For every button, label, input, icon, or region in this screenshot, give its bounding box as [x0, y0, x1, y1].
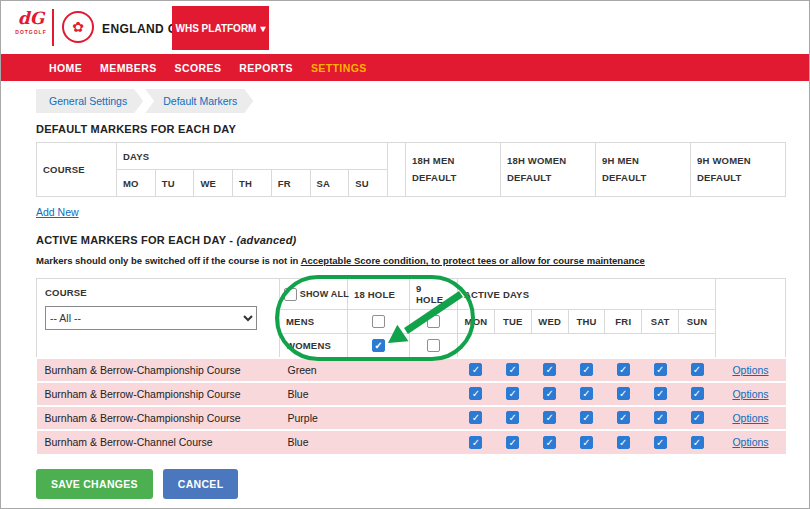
column-header-th: TH: [233, 170, 272, 197]
show-all-label: SHOW ALL: [300, 288, 349, 298]
day-active-checkbox[interactable]: ✓: [654, 436, 667, 449]
save-changes-button[interactable]: SAVE CHANGES: [36, 469, 153, 499]
default-markers-table: COURSE DAYS 18H MEN DEFAULT 18H WOMEN DE…: [36, 142, 786, 197]
maintenance-warning-emphasis: Acceptable Score condition, to protect t…: [301, 255, 645, 266]
breadcrumb: General Settings Default Markers: [36, 89, 784, 113]
nav-item-reports[interactable]: REPORTS: [239, 62, 293, 74]
day-cell: ✓: [679, 358, 716, 382]
womens-row-label: WOMENS: [280, 334, 348, 358]
mens-9hole-cell: [410, 310, 458, 334]
options-link[interactable]: Options: [732, 388, 768, 400]
day-active-checkbox[interactable]: ✓: [654, 411, 667, 424]
column-header-su: SU: [349, 170, 388, 197]
day-cell: ✓: [531, 406, 568, 430]
row-course-name: Burnham & Berrow-Championship Course: [37, 406, 280, 430]
day-active-checkbox[interactable]: ✓: [691, 363, 704, 376]
day-active-checkbox[interactable]: ✓: [506, 411, 519, 424]
column-header-sat: SAT: [642, 310, 679, 334]
day-active-checkbox[interactable]: ✓: [580, 363, 593, 376]
day-cell: ✓: [679, 406, 716, 430]
column-header-9-hole: 9 HOLE: [410, 279, 458, 310]
show-all-checkbox[interactable]: [284, 288, 297, 301]
options-link[interactable]: Options: [732, 364, 768, 376]
day-active-checkbox[interactable]: ✓: [506, 363, 519, 376]
day-active-checkbox[interactable]: ✓: [506, 387, 519, 400]
day-active-checkbox[interactable]: ✓: [580, 436, 593, 449]
row-marker-name: Blue: [280, 382, 458, 406]
empty-cell: [458, 334, 716, 358]
options-column-header: [716, 279, 786, 358]
day-active-checkbox[interactable]: ✓: [691, 387, 704, 400]
day-active-checkbox[interactable]: ✓: [506, 436, 519, 449]
nav-item-home[interactable]: HOME: [49, 62, 82, 74]
day-active-checkbox[interactable]: ✓: [691, 436, 704, 449]
mens-18hole-cell: [348, 310, 410, 334]
day-active-checkbox[interactable]: ✓: [469, 436, 482, 449]
table-row: Burnham & Berrow-Championship CourseGree…: [37, 358, 786, 382]
day-active-checkbox[interactable]: ✓: [580, 411, 593, 424]
day-active-checkbox[interactable]: ✓: [617, 363, 630, 376]
day-cell: ✓: [494, 406, 531, 430]
day-cell: ✓: [605, 358, 642, 382]
chevron-down-icon: ▾: [260, 23, 265, 34]
day-active-checkbox[interactable]: ✓: [469, 387, 482, 400]
breadcrumb-default-markers[interactable]: Default Markers: [145, 89, 253, 113]
day-cell: ✓: [531, 382, 568, 406]
column-header-we: WE: [194, 170, 233, 197]
options-link[interactable]: Options: [732, 412, 768, 424]
day-active-checkbox[interactable]: ✓: [580, 387, 593, 400]
womens-18hole-checkbox[interactable]: ✓: [372, 339, 385, 352]
day-active-checkbox[interactable]: ✓: [543, 411, 556, 424]
default-markers-title: DEFAULT MARKERS FOR EACH DAY: [36, 123, 784, 135]
cancel-button[interactable]: CANCEL: [163, 469, 239, 499]
active-markers-title-advanced: (advanced): [236, 234, 296, 246]
whs-platform-tab-label: WHS PLATFORM: [176, 23, 257, 34]
mens-9hole-checkbox[interactable]: [427, 315, 440, 328]
day-cell: ✓: [605, 406, 642, 430]
day-cell: ✓: [494, 430, 531, 454]
row-marker-name: Green: [280, 358, 458, 382]
options-link[interactable]: Options: [732, 436, 768, 448]
show-all-cell: SHOW ALL: [280, 279, 348, 310]
day-cell: ✓: [679, 382, 716, 406]
womens-9hole-cell: [410, 334, 458, 358]
day-cell: ✓: [642, 406, 679, 430]
day-active-checkbox[interactable]: ✓: [691, 411, 704, 424]
maintenance-warning-prefix: Markers should only be switched off if t…: [36, 255, 301, 266]
nav-item-members[interactable]: MEMBERS: [100, 62, 156, 74]
day-active-checkbox[interactable]: ✓: [543, 387, 556, 400]
nav-item-settings[interactable]: SETTINGS: [311, 62, 367, 74]
day-cell: ✓: [494, 382, 531, 406]
breadcrumb-general-settings[interactable]: General Settings: [36, 89, 143, 113]
day-cell: ✓: [568, 406, 605, 430]
options-cell: Options: [716, 358, 786, 382]
day-active-checkbox[interactable]: ✓: [469, 411, 482, 424]
day-cell: ✓: [458, 358, 495, 382]
whs-platform-tab[interactable]: WHS PLATFORM ▾: [172, 6, 269, 50]
mens-18hole-checkbox[interactable]: [372, 315, 385, 328]
column-header-tue: TUE: [494, 310, 531, 334]
day-active-checkbox[interactable]: ✓: [543, 363, 556, 376]
womens-9hole-checkbox[interactable]: [427, 339, 440, 352]
spacer-cell: [388, 143, 406, 197]
day-cell: ✓: [642, 358, 679, 382]
womens-18hole-cell: ✓: [348, 334, 410, 358]
day-active-checkbox[interactable]: ✓: [543, 436, 556, 449]
column-header-18h-men-default: 18H MEN DEFAULT: [406, 143, 501, 197]
add-new-link[interactable]: Add New: [36, 206, 79, 218]
day-active-checkbox[interactable]: ✓: [654, 363, 667, 376]
day-active-checkbox[interactable]: ✓: [617, 436, 630, 449]
mens-row-label: MENS: [280, 310, 348, 334]
nav-item-scores[interactable]: SCORES: [175, 62, 222, 74]
day-active-checkbox[interactable]: ✓: [469, 363, 482, 376]
course-filter-select[interactable]: -- All --: [45, 306, 257, 330]
day-active-checkbox[interactable]: ✓: [654, 387, 667, 400]
day-cell: ✓: [531, 358, 568, 382]
day-cell: ✓: [642, 430, 679, 454]
day-cell: ✓: [679, 430, 716, 454]
rose-icon: ✿: [72, 19, 84, 35]
day-active-checkbox[interactable]: ✓: [617, 411, 630, 424]
whs-platform-page: dG DOTGOLF ✿ ENGLAND GOLF WHS PLATFORM ▾…: [0, 0, 810, 509]
day-cell: ✓: [458, 430, 495, 454]
day-active-checkbox[interactable]: ✓: [617, 387, 630, 400]
